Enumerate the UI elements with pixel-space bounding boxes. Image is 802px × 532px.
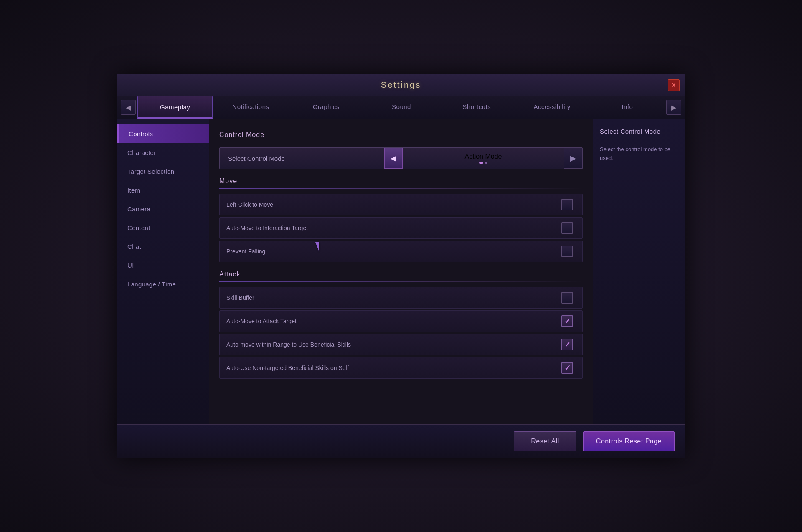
setting-row-auto-move-interaction: Auto-Move to Interaction Target — [219, 217, 583, 239]
info-panel-divider — [600, 140, 678, 140]
sidebar-item-ui[interactable]: UI — [117, 256, 209, 275]
move-divider — [219, 188, 583, 189]
mode-dot-2 — [485, 162, 487, 164]
settings-panel: Control Mode Select Control Mode ◀ Actio… — [209, 119, 593, 424]
auto-move-interaction-checkbox-container — [559, 220, 576, 236]
info-panel: Select Control Mode Select the control m… — [593, 119, 685, 424]
control-mode-divider — [219, 142, 583, 142]
auto-move-beneficial-checkbox-container: ✓ — [559, 336, 576, 353]
tab-graphics[interactable]: Graphics — [289, 96, 363, 119]
tab-shortcuts[interactable]: Shortcuts — [439, 96, 514, 119]
auto-use-non-targeted-checkbox-container: ✓ — [559, 360, 576, 376]
left-click-move-label: Left-Click to Move — [226, 201, 559, 208]
title-bar: Settings X — [117, 74, 685, 96]
auto-move-attack-label: Auto-Move to Attack Target — [226, 318, 559, 324]
auto-move-interaction-label: Auto-Move to Interaction Target — [226, 225, 559, 231]
sidebar-item-item[interactable]: Item — [117, 181, 209, 200]
sidebar-item-camera[interactable]: Camera — [117, 200, 209, 218]
setting-row-auto-move-attack: Auto-Move to Attack Target ✓ — [219, 310, 583, 332]
setting-row-auto-move-beneficial: Auto-move within Range to Use Beneficial… — [219, 334, 583, 355]
setting-row-skill-buffer: Skill Buffer — [219, 287, 583, 309]
left-click-move-checkbox[interactable] — [561, 199, 573, 210]
auto-move-attack-checkbox-container: ✓ — [559, 313, 576, 329]
reset-all-button[interactable]: Reset All — [514, 431, 576, 451]
tabs-prev-button[interactable]: ◀ — [121, 100, 136, 115]
control-mode-section-header: Control Mode — [219, 131, 583, 139]
auto-move-interaction-checkbox[interactable] — [561, 222, 573, 234]
tab-gameplay[interactable]: Gameplay — [137, 96, 213, 119]
skill-buffer-checkbox[interactable] — [561, 292, 573, 304]
sidebar-item-target-selection[interactable]: Target Selection — [117, 162, 209, 181]
tab-sound[interactable]: Sound — [364, 96, 439, 119]
close-button[interactable]: X — [668, 79, 680, 91]
controls-reset-page-button[interactable]: Controls Reset Page — [583, 431, 675, 451]
auto-move-attack-checkbox[interactable]: ✓ — [561, 315, 573, 327]
sidebar-item-language-time[interactable]: Language / Time — [117, 275, 209, 294]
setting-row-left-click-move: Left-Click to Move — [219, 194, 583, 215]
control-mode-value: Action Mode — [465, 153, 502, 160]
move-section-header: Move — [219, 177, 583, 185]
control-mode-next-button[interactable]: ▶ — [564, 148, 582, 169]
sidebar-item-controls[interactable]: Controls — [117, 124, 209, 143]
info-panel-description: Select the control mode to be used. — [600, 145, 678, 163]
auto-use-non-targeted-checkbox[interactable]: ✓ — [561, 362, 573, 374]
sidebar-item-character[interactable]: Character — [117, 143, 209, 162]
tab-info[interactable]: Info — [590, 96, 665, 119]
prevent-falling-checkbox-container — [559, 243, 576, 260]
prevent-falling-checkbox[interactable] — [561, 246, 573, 257]
auto-move-beneficial-checkbox[interactable]: ✓ — [561, 339, 573, 350]
info-panel-title: Select Control Mode — [600, 128, 678, 135]
tab-notifications[interactable]: Notifications — [213, 96, 288, 119]
setting-row-auto-use-non-targeted: Auto-Use Non-targeted Beneficial Skills … — [219, 357, 583, 379]
control-mode-label: Select Control Mode — [220, 155, 384, 162]
left-click-move-checkbox-container — [559, 196, 576, 213]
control-mode-dots — [479, 162, 487, 164]
control-mode-prev-button[interactable]: ◀ — [384, 148, 403, 169]
tabs-bar: ◀ Gameplay Notifications Graphics Sound … — [117, 96, 685, 119]
sidebar: Controls Character Target Selection Item… — [117, 119, 209, 424]
window-title: Settings — [381, 80, 421, 90]
auto-move-beneficial-label: Auto-move within Range to Use Beneficial… — [226, 341, 559, 348]
prevent-falling-label: Prevent Falling — [226, 248, 559, 255]
control-mode-row: Select Control Mode ◀ Action Mode ▶ — [219, 147, 583, 169]
settings-window: Settings X ◀ Gameplay Notifications Grap… — [117, 74, 685, 458]
auto-use-non-targeted-label: Auto-Use Non-targeted Beneficial Skills … — [226, 365, 559, 371]
main-content: Controls Character Target Selection Item… — [117, 119, 685, 424]
sidebar-item-content[interactable]: Content — [117, 218, 209, 237]
tabs-list: Gameplay Notifications Graphics Sound Sh… — [136, 96, 666, 119]
tab-accessibility[interactable]: Accessibility — [515, 96, 589, 119]
setting-row-prevent-falling: Prevent Falling — [219, 241, 583, 262]
attack-section-header: Attack — [219, 271, 583, 278]
skill-buffer-checkbox-container — [559, 289, 576, 306]
sidebar-item-chat[interactable]: Chat — [117, 237, 209, 256]
attack-divider — [219, 281, 583, 282]
mode-dot-1 — [479, 162, 483, 164]
control-mode-center: Action Mode — [403, 153, 564, 164]
bottom-bar: Reset All Controls Reset Page — [117, 424, 685, 458]
tabs-next-button[interactable]: ▶ — [666, 100, 681, 115]
skill-buffer-label: Skill Buffer — [226, 294, 559, 301]
